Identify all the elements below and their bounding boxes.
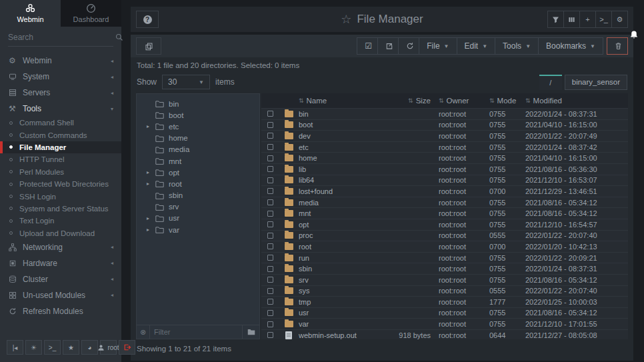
expand-arrow-icon[interactable]: ▸ bbox=[145, 123, 151, 129]
column-header-mode[interactable]: ⇅Mode bbox=[489, 97, 525, 105]
trash-button[interactable] bbox=[607, 37, 628, 55]
row-checkbox[interactable] bbox=[267, 111, 273, 117]
column-header-owner[interactable]: ⇅Owner bbox=[439, 97, 489, 105]
expand-arrow-icon[interactable]: ▸ bbox=[145, 181, 151, 187]
cell-name[interactable]: webmin-setup.out bbox=[299, 331, 375, 339]
table-row[interactable]: mediaroot:root07552021/08/16 - 05:34:12 bbox=[261, 197, 628, 208]
tree-item-sbin[interactable]: sbin bbox=[137, 190, 259, 201]
cell-name[interactable]: lost+found bbox=[299, 187, 375, 195]
sort-icon[interactable]: ⇅ bbox=[489, 97, 495, 104]
row-checkbox[interactable] bbox=[267, 321, 273, 327]
cell-name[interactable]: lib bbox=[299, 165, 375, 173]
export-button[interactable] bbox=[377, 37, 399, 55]
row-checkbox[interactable] bbox=[267, 188, 273, 194]
row-checkbox[interactable] bbox=[267, 166, 273, 172]
row-checkbox[interactable] bbox=[267, 177, 273, 183]
sidebar-subitem-command-shell[interactable]: Command Shell bbox=[0, 117, 121, 129]
tree-item-mnt[interactable]: mnt bbox=[137, 155, 259, 167]
cell-name[interactable]: srv bbox=[299, 276, 375, 284]
cell-name[interactable]: tmp bbox=[299, 298, 375, 306]
table-row[interactable]: tmproot:root17772022/01/25 - 10:00:03 bbox=[261, 296, 628, 307]
row-checkbox[interactable] bbox=[267, 122, 273, 128]
cell-name[interactable]: media bbox=[299, 199, 375, 207]
row-checkbox[interactable] bbox=[267, 255, 273, 261]
sidebar-subitem-perl-modules[interactable]: Perl Modules bbox=[0, 166, 121, 178]
cell-name[interactable]: mnt bbox=[299, 209, 375, 217]
file-menu-button[interactable]: File▼ bbox=[419, 37, 457, 55]
breadcrumb-root-button[interactable]: / bbox=[539, 75, 562, 90]
column-header-size[interactable]: ⇅Size bbox=[375, 97, 439, 105]
row-checkbox[interactable] bbox=[267, 199, 273, 205]
tree-item-root[interactable]: ▸root bbox=[137, 178, 259, 189]
cell-name[interactable]: sys bbox=[299, 287, 375, 295]
cell-name[interactable]: dev bbox=[299, 132, 375, 140]
breadcrumb-current-button[interactable]: binary_sensor bbox=[565, 75, 627, 90]
row-checkbox[interactable] bbox=[267, 243, 273, 249]
sidebar-subitem-upload-and-download[interactable]: Upload and Download bbox=[0, 227, 121, 239]
cell-name[interactable]: home bbox=[299, 154, 375, 162]
sidebar-item-webmin[interactable]: ⚙Webmin◂ bbox=[0, 53, 121, 69]
tools-menu-button[interactable]: Tools▼ bbox=[495, 37, 539, 55]
table-row[interactable]: lost+foundroot:root07002021/12/29 - 13:4… bbox=[261, 185, 628, 197]
tree-item-bin[interactable]: bin bbox=[137, 98, 259, 109]
cell-name[interactable]: lib64 bbox=[299, 176, 375, 184]
tree-item-home[interactable]: home bbox=[137, 133, 259, 144]
sidebar-subitem-file-manager[interactable]: File Manager bbox=[0, 141, 121, 153]
row-checkbox[interactable] bbox=[267, 277, 273, 283]
tab-dashboard[interactable]: Dashboard bbox=[61, 0, 121, 27]
tree-filter-input[interactable] bbox=[150, 328, 242, 336]
table-row[interactable]: varroot:root07552021/12/10 - 17:01:55 bbox=[261, 318, 628, 329]
column-header-modified[interactable]: ⇅Modified bbox=[525, 97, 628, 105]
sidebar-item-cluster[interactable]: Cluster◂ bbox=[0, 271, 121, 287]
table-row[interactable]: runroot:root07552022/01/22 - 20:09:21 bbox=[261, 252, 628, 263]
row-checkbox[interactable] bbox=[267, 332, 273, 338]
table-row[interactable]: usrroot:root07552021/08/16 - 05:34:12 bbox=[261, 307, 628, 319]
row-checkbox[interactable] bbox=[267, 211, 273, 217]
sidebar-item-un-used-modules[interactable]: Un-used Modules◂ bbox=[0, 287, 121, 303]
table-row[interactable]: rootroot:root07002022/01/20 - 10:42:13 bbox=[261, 241, 628, 252]
cell-name[interactable]: usr bbox=[299, 309, 375, 317]
copy-path-button[interactable] bbox=[136, 37, 161, 55]
sidebar-item-system[interactable]: System◂ bbox=[0, 69, 121, 85]
row-checkbox[interactable] bbox=[267, 233, 273, 239]
tree-item-var[interactable]: ▸var bbox=[137, 224, 259, 235]
search-input[interactable] bbox=[8, 33, 111, 42]
table-row[interactable]: sysroot:root05552022/01/22 - 20:07:40 bbox=[261, 285, 628, 297]
table-row[interactable]: binroot:root07552022/01/24 - 08:37:31 bbox=[261, 108, 628, 119]
expand-arrow-icon[interactable]: ▸ bbox=[145, 169, 151, 175]
sidebar-subitem-system-and-server-status[interactable]: System and Server Status bbox=[0, 203, 121, 215]
expand-arrow-icon[interactable]: ▸ bbox=[145, 227, 151, 233]
table-row[interactable]: bootroot:root07552021/04/10 - 16:15:00 bbox=[261, 119, 628, 131]
row-checkbox[interactable] bbox=[267, 155, 273, 161]
cell-name[interactable]: sbin bbox=[299, 265, 375, 273]
table-row[interactable]: srvroot:root07552021/08/16 - 05:34:12 bbox=[261, 274, 628, 285]
logout-button[interactable] bbox=[119, 340, 135, 355]
bookmarks-menu-button[interactable]: Bookmarks▼ bbox=[538, 37, 603, 55]
row-checkbox[interactable] bbox=[267, 310, 273, 316]
filter-button[interactable] bbox=[547, 11, 564, 28]
row-checkbox[interactable] bbox=[267, 221, 273, 227]
table-row[interactable]: procroot:root05552022/01/22 - 20:07:40 bbox=[261, 230, 628, 241]
tab-webmin[interactable]: Webmin bbox=[0, 0, 61, 27]
expand-arrow-icon[interactable]: ▸ bbox=[145, 215, 151, 221]
cell-name[interactable]: var bbox=[299, 320, 375, 328]
sidebar-item-servers[interactable]: Servers◂ bbox=[0, 85, 121, 101]
column-header-name[interactable]: ⇅Name bbox=[299, 97, 375, 105]
tree-item-media[interactable]: media bbox=[137, 144, 259, 155]
sidebar-subitem-text-login[interactable]: Text Login bbox=[0, 215, 121, 227]
sidebar-item-refresh-modules[interactable]: Refresh Modules bbox=[0, 303, 121, 319]
tree-item-srv[interactable]: srv bbox=[137, 201, 259, 213]
sidebar-subitem-ssh-login[interactable]: SSH Login bbox=[0, 190, 121, 202]
help-button[interactable]: ? bbox=[136, 11, 159, 28]
table-row[interactable]: homeroot:root07552021/04/10 - 16:15:00 bbox=[261, 152, 628, 163]
terminal-button[interactable]: >_ bbox=[44, 340, 61, 355]
tree-item-boot[interactable]: boot bbox=[137, 109, 259, 121]
sidebar-subitem-protected-web-directories[interactable]: Protected Web Directories bbox=[0, 178, 121, 190]
sidebar-item-networking[interactable]: Networking◂ bbox=[0, 239, 121, 255]
create-button[interactable]: + bbox=[579, 11, 596, 28]
edit-menu-button[interactable]: Edit▼ bbox=[457, 37, 496, 55]
tree-item-etc[interactable]: ▸etc bbox=[137, 121, 259, 132]
table-row[interactable]: etcroot:root07552022/01/24 - 08:37:42 bbox=[261, 141, 628, 153]
folder-select-button[interactable] bbox=[242, 325, 259, 339]
row-checkbox[interactable] bbox=[267, 288, 273, 294]
